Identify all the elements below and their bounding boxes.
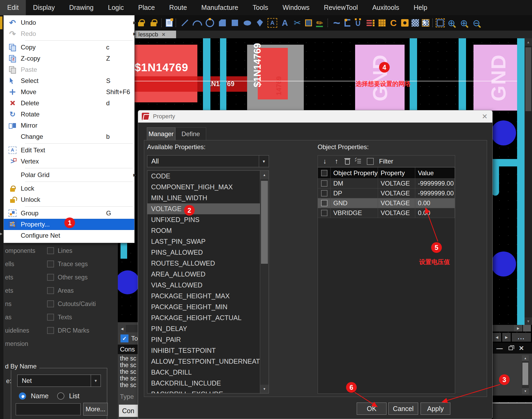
checkbox-texts[interactable]: [47, 314, 54, 321]
property-item-voltage[interactable]: VOLTAGE: [147, 203, 269, 214]
scrollbar-thumb[interactable]: [525, 47, 531, 111]
checkbox-drc-marks[interactable]: [47, 327, 54, 334]
property-item-room[interactable]: ROOM: [147, 225, 269, 236]
menu-item-vertex[interactable]: Vertex: [4, 156, 134, 167]
property-item-backdrill-exclude[interactable]: BACKDRILL_EXCLUDE: [147, 389, 269, 393]
zoomin-icon[interactable]: [459, 18, 469, 28]
row-checkbox[interactable]: [321, 180, 327, 187]
tab-close-icon[interactable]: ×: [162, 31, 165, 38]
checkbox-lines[interactable]: [47, 247, 54, 254]
list-scroll-down-icon[interactable]: ▼: [260, 385, 269, 393]
checkbox-other-segs[interactable]: [47, 274, 54, 281]
property-item-package-height-max[interactable]: PACKAGE_HEIGHT_MAX: [147, 291, 269, 301]
minimize-icon[interactable]: —: [496, 345, 503, 352]
scroll-up-icon[interactable]: ▲: [525, 38, 532, 46]
list-scrollbar[interactable]: ▲ ▼: [260, 171, 269, 393]
pcb-pad-net1[interactable]: $1N14769: [134, 45, 197, 102]
menubar-item-display[interactable]: Display: [26, 0, 62, 15]
menu-item-undo[interactable]: Undo▶: [4, 17, 134, 28]
row-checkbox[interactable]: [321, 210, 327, 216]
close-icon[interactable]: ✕: [519, 345, 524, 352]
menu-item-polar-grid[interactable]: Polar Grid▶: [4, 169, 134, 181]
text-icon[interactable]: [280, 18, 290, 28]
dialog-titlebar[interactable]: Property ✕: [138, 110, 492, 123]
cell-value[interactable]: 0.00: [415, 208, 455, 218]
checkbox-trace-segs[interactable]: [47, 261, 54, 267]
more-button[interactable]: More...: [83, 403, 108, 416]
find-name-input[interactable]: [16, 403, 81, 415]
lock-icon[interactable]: [149, 18, 158, 28]
lock-icon[interactable]: [136, 18, 146, 28]
list-scrollbar-thumb[interactable]: [261, 181, 268, 264]
cell-object-property[interactable]: DM: [331, 179, 378, 188]
tab-define[interactable]: Define: [175, 127, 206, 140]
column-header-value[interactable]: Value: [415, 167, 455, 179]
menu-item-copy[interactable]: Copyc: [4, 42, 134, 53]
right-horizontal-scrollbar[interactable]: ▶: [493, 325, 522, 332]
circle-icon[interactable]: [205, 18, 215, 28]
cyan-trace-1[interactable]: [203, 38, 210, 110]
menubar-item-place[interactable]: Place: [131, 0, 162, 15]
checklist-icon[interactable]: [355, 158, 361, 165]
property-item-routes-allowed[interactable]: ROUTES_ALLOWED: [147, 258, 269, 269]
menubar-item-reviewtool[interactable]: ReviewTool: [317, 0, 365, 15]
cyan-trace-3[interactable]: [410, 38, 417, 110]
panel-horizontal-scrollbar[interactable]: ◀: [118, 325, 138, 332]
cyan-trace-2[interactable]: [220, 38, 226, 110]
checkbox-areas[interactable]: [47, 287, 54, 294]
via-3[interactable]: [116, 270, 140, 294]
checker-icon[interactable]: [412, 19, 419, 27]
panel-scroll-down-icon[interactable]: ▼: [522, 388, 529, 394]
cell-value[interactable]: 0.00: [415, 198, 455, 208]
combo-dropdown-icon[interactable]: ▼: [91, 375, 101, 387]
document-tab[interactable]: lesspcb ×: [135, 31, 176, 38]
menu-item-unlock[interactable]: Unlock: [4, 194, 134, 205]
curve-icon[interactable]: [332, 18, 342, 28]
cell-property[interactable]: VOLTAGE: [378, 179, 415, 188]
netlist-icon[interactable]: [366, 18, 375, 28]
pager-right-icon[interactable]: ▶: [502, 333, 511, 342]
rect-icon[interactable]: [230, 18, 240, 28]
row-checkbox[interactable]: [321, 200, 327, 206]
menu-item-move[interactable]: MoveShift+F6: [4, 86, 134, 98]
property-item-last-pin-swap[interactable]: LAST_PIN_SWAP: [147, 236, 269, 247]
column-header-object-property[interactable]: Object Property: [331, 167, 378, 179]
property-item-component-high-max[interactable]: COMPONENT_HIGH_MAX: [147, 182, 269, 192]
property-item-package-height-min[interactable]: PACKAGE_HEIGHT_MIN: [147, 301, 269, 312]
panel-vertical-scrollbar[interactable]: ▲ ▼: [522, 355, 529, 394]
restore-icon[interactable]: [509, 346, 513, 350]
property-item-backdrill-include[interactable]: BACKDRILL_INCLUDE: [147, 378, 269, 389]
table-row-dm[interactable]: DMVOLTAGE-9999999.00: [318, 179, 455, 188]
radio-list[interactable]: [57, 392, 64, 400]
menubar-item-auxitools[interactable]: Auxitools: [365, 0, 406, 15]
panel-expand-icon[interactable]: ▶: [0, 232, 2, 236]
cell-object-property[interactable]: GND: [331, 198, 378, 208]
arc-icon[interactable]: [193, 18, 202, 28]
to-checkbox[interactable]: ✓: [120, 334, 128, 342]
list-scroll-up-icon[interactable]: ▲: [260, 171, 269, 179]
menu-item-paste[interactable]: Paste: [4, 64, 134, 75]
property-item-pin-pair[interactable]: PIN_PAIR: [147, 334, 269, 345]
checkbox-cutouts-caviti[interactable]: [47, 300, 54, 307]
select-all-checkbox[interactable]: [321, 170, 327, 176]
cell-value[interactable]: -9999999.00: [415, 188, 455, 198]
pencil-icon[interactable]: [315, 18, 325, 28]
property-item-vias-allowed[interactable]: VIAS_ALLOWED: [147, 280, 269, 291]
gnd-pad-1[interactable]: GND: [355, 45, 405, 111]
fitframe-icon[interactable]: [437, 19, 444, 26]
menu-item-lock[interactable]: Lock: [4, 183, 134, 194]
ellipsis-button[interactable]: ...: [512, 333, 531, 342]
filter-checkbox[interactable]: [367, 158, 374, 165]
filter-dropdown-icon[interactable]: ▼: [259, 156, 269, 167]
line-icon[interactable]: [180, 18, 190, 28]
scroll-right-icon[interactable]: ▶: [514, 325, 522, 332]
move-down-icon[interactable]: ↓: [322, 158, 328, 165]
via-2[interactable]: [491, 252, 516, 276]
drop-icon[interactable]: [255, 18, 265, 28]
move-up-icon[interactable]: ↑: [333, 158, 340, 165]
menu-item-group[interactable]: GroupG: [4, 208, 134, 219]
scroll-down-icon[interactable]: ▼: [525, 317, 532, 325]
bracket-icon[interactable]: [344, 19, 350, 27]
property-item-min-line-width[interactable]: MIN_LINE_WIDTH: [147, 192, 269, 203]
property-item-package-height-actual[interactable]: PACKAGE_HEIGHT_ACTUAL: [147, 312, 269, 323]
